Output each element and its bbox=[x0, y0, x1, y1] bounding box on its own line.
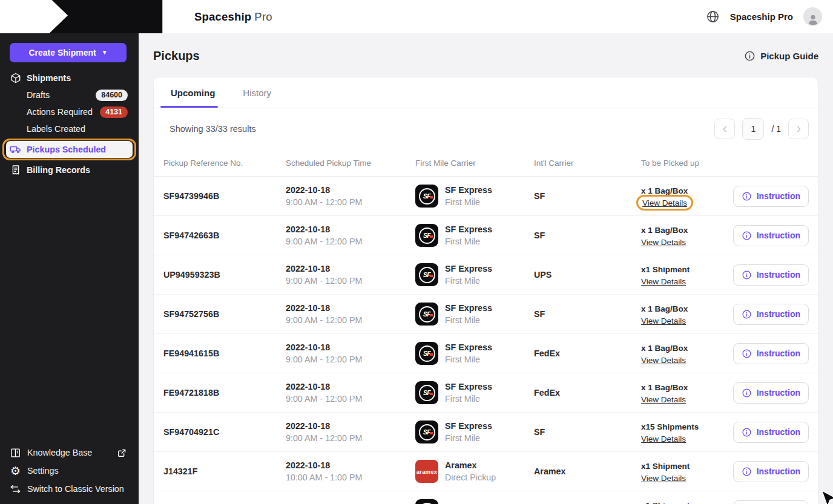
sidebar-item-actions-required[interactable]: Actions Required4131 bbox=[6, 103, 133, 120]
pickup-time-cell: 2022-10-18 9:00 AM - 12:00 PM bbox=[286, 420, 415, 444]
count-badge: 84600 bbox=[96, 90, 128, 101]
instruction-button[interactable]: Instruction bbox=[733, 422, 809, 443]
sidebar-item-pickups-scheduled[interactable]: Pickups Scheduled bbox=[6, 141, 133, 158]
instruction-button[interactable]: Instruction bbox=[733, 382, 809, 404]
sidebar-item-labels-created[interactable]: Labels Created bbox=[6, 120, 133, 137]
intl-carrier: Aramex bbox=[534, 466, 641, 476]
top-right-cluster: Spaceship Pro bbox=[706, 7, 822, 26]
action-cell: Instruction bbox=[732, 343, 809, 364]
sidebar-item-shipments[interactable]: Shipments bbox=[6, 70, 133, 87]
aramex-logo: aramex bbox=[415, 460, 438, 483]
sf-logo-red-dot bbox=[430, 275, 433, 278]
table-row: J14321F 2022-10-18 10:00 AM - 1:00 PM ar… bbox=[154, 452, 818, 491]
instruction-button[interactable]: Instruction bbox=[733, 500, 809, 504]
chevron-left-icon bbox=[720, 124, 730, 134]
sidebar-item-switch-to-classic-version[interactable]: Switch to Classic Version bbox=[6, 480, 133, 498]
carrier-service: First Mile bbox=[445, 275, 492, 287]
carrier-name: SF Express bbox=[445, 420, 492, 432]
pickup-reference: FE94721818B bbox=[163, 388, 286, 398]
carrier-service: First Mile bbox=[445, 196, 492, 208]
instruction-button[interactable]: Instruction bbox=[733, 461, 809, 482]
previous-page-button[interactable] bbox=[714, 119, 735, 139]
instruction-button[interactable]: Instruction bbox=[733, 264, 809, 286]
sidebar-item-knowledge-base[interactable]: Knowledge Base bbox=[6, 443, 133, 462]
sidebar-item-label: Knowledge Base bbox=[27, 448, 92, 457]
column-header-time: Scheduled Pickup Time bbox=[286, 159, 415, 168]
pickup-quantity: x1 Shipment bbox=[641, 263, 732, 276]
tab-upcoming[interactable]: Upcoming bbox=[170, 77, 216, 108]
intl-carrier: SF bbox=[534, 231, 641, 240]
first-mile-carrier-cell: aramex Aramex Direct Pickup bbox=[415, 459, 534, 483]
sidebar-item-billing-records[interactable]: Billing Records bbox=[6, 162, 133, 178]
intl-carrier: FedEx bbox=[534, 388, 641, 398]
user-avatar[interactable] bbox=[803, 7, 822, 26]
to-be-picked-up-cell: x1 Shipment View Details bbox=[641, 460, 732, 483]
pickup-time-cell: 2022-10-18 9:00 AM - 12:00 PM bbox=[286, 302, 415, 326]
sidebar-item-drafts[interactable]: Drafts84600 bbox=[6, 87, 133, 103]
view-details-link[interactable]: View Details bbox=[641, 395, 686, 404]
instruction-button[interactable]: Instruction bbox=[733, 225, 809, 246]
sf-express-logo: SF bbox=[415, 499, 438, 504]
pickup-time-range: 9:00 AM - 12:00 PM bbox=[286, 275, 415, 287]
pickup-reference: J14321F bbox=[163, 466, 286, 476]
pickup-guide-link[interactable]: Pickup Guide bbox=[744, 50, 818, 62]
page-number-input[interactable]: 1 bbox=[742, 118, 764, 140]
package-icon bbox=[10, 72, 22, 84]
first-mile-carrier-cell: SF SF Express First Mile bbox=[415, 341, 534, 365]
sf-express-logo: SF bbox=[415, 381, 438, 404]
carrier-service: First Mile bbox=[445, 314, 492, 326]
view-details-link[interactable]: View Details bbox=[641, 434, 686, 443]
sf-express-logo: SF bbox=[415, 185, 438, 208]
sidebar-item-label: Billing Records bbox=[27, 165, 90, 175]
instruction-label: Instruction bbox=[757, 270, 800, 280]
sf-express-logo: SF bbox=[415, 303, 438, 326]
sidebar-item-label: Drafts bbox=[27, 90, 50, 100]
view-details-link[interactable]: View Details bbox=[641, 316, 686, 326]
pickup-date: 2022-10-18 bbox=[286, 381, 415, 393]
sidebar-item-label: Shipments bbox=[27, 73, 71, 83]
view-details-link[interactable]: View Details bbox=[641, 474, 686, 483]
info-icon bbox=[742, 191, 752, 201]
info-icon bbox=[742, 231, 752, 241]
account-name[interactable]: Spaceship Pro bbox=[730, 11, 793, 22]
table-row: 2022-10-18 SF SF Express x1 Shipment Vie… bbox=[154, 491, 818, 504]
info-icon bbox=[742, 388, 752, 398]
count-badge: 4131 bbox=[100, 106, 128, 118]
sf-logo-red-dot bbox=[430, 353, 433, 356]
pickup-reference: UP94959323B bbox=[163, 270, 286, 280]
pickup-quantity: x1 Shipment bbox=[641, 499, 732, 504]
truck-icon bbox=[10, 143, 22, 155]
view-details-link[interactable]: View Details bbox=[641, 356, 686, 365]
carrier-service: First Mile bbox=[445, 235, 492, 247]
create-shipment-button[interactable]: Create Shipment ▼ bbox=[10, 43, 127, 62]
next-page-button[interactable] bbox=[788, 119, 809, 139]
pickup-reference: SF94752756B bbox=[163, 309, 286, 319]
sf-logo-red-dot bbox=[430, 432, 433, 435]
tab-history[interactable]: History bbox=[242, 77, 272, 108]
sf-logo-red-dot bbox=[430, 393, 433, 396]
instruction-button[interactable]: Instruction bbox=[733, 186, 809, 207]
first-mile-carrier-cell: SF SF Express First Mile bbox=[415, 184, 534, 208]
sidebar-item-label: Pickups Scheduled bbox=[27, 145, 106, 154]
pickup-time-cell: 2022-10-18 10:00 AM - 1:00 PM bbox=[286, 459, 415, 483]
info-icon bbox=[744, 50, 756, 62]
sidebar-item-settings[interactable]: ⚙Settings bbox=[6, 462, 133, 480]
annotation-ellipse: View Details bbox=[636, 195, 693, 211]
page-total: / 1 bbox=[771, 124, 781, 134]
sf-logo-red-dot bbox=[430, 235, 433, 238]
pickups-card: Upcoming History Showing 33/33 results 1… bbox=[153, 77, 818, 504]
first-mile-carrier-cell: SF SF Express bbox=[415, 499, 534, 504]
to-be-picked-up-cell: x 1 Bag/Box View Details bbox=[641, 381, 732, 405]
instruction-button[interactable]: Instruction bbox=[733, 343, 809, 364]
top-bar: SpaceshipPro Spaceship Pro bbox=[0, 0, 833, 33]
action-cell: Instruction bbox=[732, 461, 809, 482]
pickup-reference: SF94704921C bbox=[163, 427, 286, 437]
view-details-link[interactable]: View Details bbox=[641, 238, 686, 247]
to-be-picked-up-cell: x15 Shipments View Details bbox=[641, 421, 732, 444]
view-details-link[interactable]: View Details bbox=[642, 198, 687, 208]
sidebar: Create Shipment ▼ ShipmentsDrafts84600Ac… bbox=[0, 33, 139, 504]
brand-name: SpaceshipPro bbox=[194, 10, 272, 24]
globe-language-icon[interactable] bbox=[706, 10, 720, 24]
instruction-button[interactable]: Instruction bbox=[733, 304, 809, 325]
view-details-link[interactable]: View Details bbox=[641, 277, 686, 286]
